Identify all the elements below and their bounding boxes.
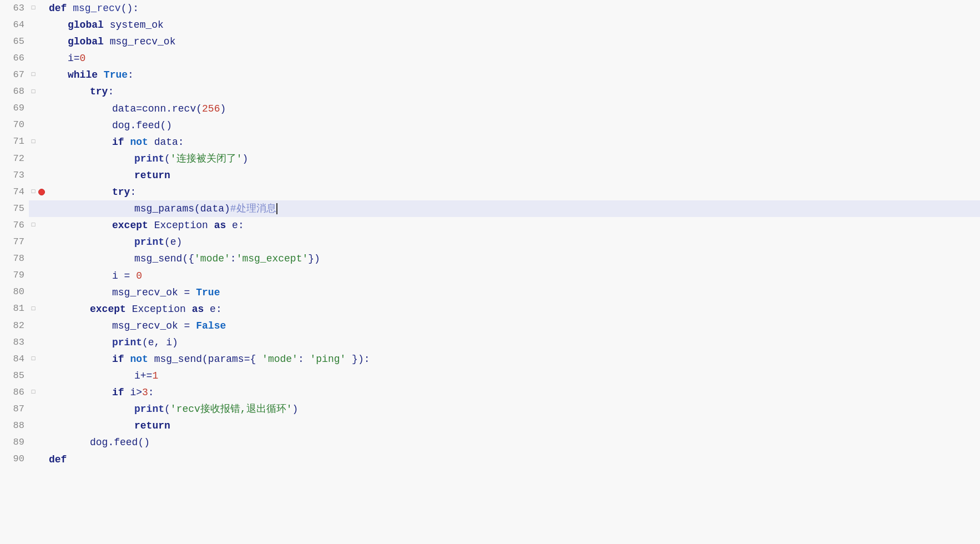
line-number-75: 75 [0, 200, 29, 217]
code-line-89: 89 dog.feed() [0, 434, 980, 451]
code-line-74: 74 □ try: [0, 184, 980, 200]
line-content-76[interactable]: except Exception as e: [46, 217, 980, 234]
line-content-73[interactable]: return [46, 167, 980, 184]
fold-icon-76[interactable]: □ [29, 217, 38, 234]
line-number-86: 86 [0, 384, 29, 401]
line-content-88[interactable]: return [46, 417, 980, 434]
fold-empty-75 [29, 200, 38, 217]
breakpoint-68 [38, 83, 46, 100]
line-number-71: 71 [0, 134, 29, 150]
fold-icon-63[interactable]: □ [29, 0, 38, 17]
code-line-64: 64 global system_ok [0, 17, 980, 33]
breakpoint-69 [38, 100, 46, 117]
fold-icon-67[interactable]: □ [29, 67, 38, 83]
breakpoint-86 [38, 384, 46, 401]
code-line-81: 81 □ except Exception as e: [0, 301, 980, 318]
code-line-76: 76 □ except Exception as e: [0, 217, 980, 234]
breakpoint-72 [38, 150, 46, 167]
code-line-67: 67 □ while True: [0, 67, 980, 83]
code-line-68: 68 □ try: [0, 83, 980, 100]
line-content-79[interactable]: i = 0 [46, 268, 980, 284]
line-number-68: 68 [0, 83, 29, 100]
breakpoint-77 [38, 234, 46, 250]
line-number-73: 73 [0, 167, 29, 184]
line-number-90: 90 [0, 451, 29, 468]
line-number-80: 80 [0, 284, 29, 301]
fold-icon-71[interactable]: □ [29, 134, 38, 150]
line-content-72[interactable]: print('连接被关闭了') [46, 150, 980, 167]
line-number-79: 79 [0, 268, 29, 284]
code-line-82: 82 msg_recv_ok = False [0, 318, 980, 334]
code-line-66: 66 i=0 [0, 50, 980, 67]
line-content-83[interactable]: print(e, i) [46, 334, 980, 351]
fold-empty-70 [29, 117, 38, 134]
line-content-70[interactable]: dog.feed() [46, 117, 980, 134]
line-content-71[interactable]: if not data: [46, 134, 980, 150]
fold-icon-74[interactable]: □ [29, 184, 38, 200]
line-number-63: 63 [0, 0, 29, 17]
line-number-78: 78 [0, 250, 29, 267]
line-content-86[interactable]: if i>3: [46, 384, 980, 401]
fold-empty-73 [29, 167, 38, 184]
breakpoint-73 [38, 167, 46, 184]
line-content-74[interactable]: try: [46, 184, 980, 200]
line-content-75[interactable]: msg_params(data)#处理消息 [46, 200, 980, 217]
code-line-73: 73 return [0, 167, 980, 184]
code-line-90: 90 def [0, 451, 980, 468]
line-content-84[interactable]: if not msg_send(params={ 'mode': 'ping' … [46, 351, 980, 367]
line-content-68[interactable]: try: [46, 83, 980, 100]
fold-empty-66 [29, 50, 38, 67]
line-number-76: 76 [0, 217, 29, 234]
code-line-65: 65 global msg_recv_ok [0, 33, 980, 50]
fold-icon-84[interactable]: □ [29, 351, 38, 367]
line-number-85: 85 [0, 367, 29, 384]
fold-empty-79 [29, 268, 38, 284]
line-content-63[interactable]: def msg_recv(): [46, 0, 980, 17]
code-line-79: 79 i = 0 [0, 268, 980, 284]
fold-empty-78 [29, 250, 38, 267]
breakpoint-70 [38, 117, 46, 134]
fold-icon-68[interactable]: □ [29, 83, 38, 100]
breakpoint-65 [38, 33, 46, 50]
line-number-67: 67 [0, 67, 29, 83]
code-line-83: 83 print(e, i) [0, 334, 980, 351]
line-content-85[interactable]: i+=1 [46, 367, 980, 384]
line-content-82[interactable]: msg_recv_ok = False [46, 318, 980, 334]
line-content-64[interactable]: global system_ok [46, 17, 980, 33]
line-number-65: 65 [0, 33, 29, 50]
line-content-81[interactable]: except Exception as e: [46, 301, 980, 318]
fold-empty-85 [29, 367, 38, 384]
line-number-69: 69 [0, 100, 29, 117]
breakpoint-63 [38, 0, 46, 17]
fold-empty-80 [29, 284, 38, 301]
line-content-77[interactable]: print(e) [46, 234, 980, 250]
fold-icon-86[interactable]: □ [29, 384, 38, 401]
fold-icon-81[interactable]: □ [29, 301, 38, 318]
line-number-87: 87 [0, 401, 29, 417]
line-number-66: 66 [0, 50, 29, 67]
code-line-72: 72 print('连接被关闭了') [0, 150, 980, 167]
breakpoint-90 [38, 451, 46, 468]
line-content-89[interactable]: dog.feed() [46, 434, 980, 451]
line-content-90[interactable]: def [46, 451, 980, 468]
breakpoint-85 [38, 367, 46, 384]
line-content-87[interactable]: print('recv接收报错,退出循环') [46, 401, 980, 417]
fold-empty-88 [29, 417, 38, 434]
code-line-86: 86 □ if i>3: [0, 384, 980, 401]
breakpoint-74[interactable] [38, 184, 46, 200]
breakpoint-83 [38, 334, 46, 351]
line-content-69[interactable]: data=conn.recv(256) [46, 100, 980, 117]
line-number-64: 64 [0, 17, 29, 33]
code-line-70: 70 dog.feed() [0, 117, 980, 134]
line-content-66[interactable]: i=0 [46, 50, 980, 67]
line-content-67[interactable]: while True: [46, 67, 980, 83]
breakpoint-80 [38, 284, 46, 301]
line-content-80[interactable]: msg_recv_ok = True [46, 284, 980, 301]
fold-empty-82 [29, 318, 38, 334]
breakpoint-89 [38, 434, 46, 451]
line-content-78[interactable]: msg_send({'mode':'msg_except'}) [46, 250, 980, 267]
line-number-88: 88 [0, 417, 29, 434]
line-number-82: 82 [0, 318, 29, 334]
fold-empty-72 [29, 150, 38, 167]
line-content-65[interactable]: global msg_recv_ok [46, 33, 980, 50]
